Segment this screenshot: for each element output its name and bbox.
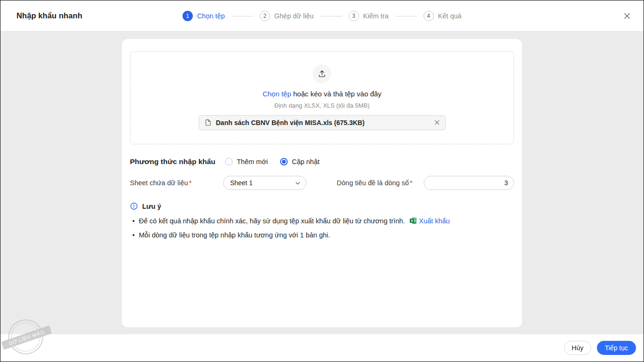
dialog-body: Chọn tệp hoặc kéo và thả tệp vào đây Địn… bbox=[0, 39, 644, 343]
note-section: Lưu ý bbox=[130, 202, 514, 210]
remove-file-icon[interactable] bbox=[434, 119, 440, 126]
dialog-footer: Hủy Tiếp tục bbox=[0, 334, 644, 362]
required-mark: * bbox=[410, 179, 413, 187]
note-title: Lưu ý bbox=[142, 203, 161, 210]
header-row-label: Dòng tiêu đề là dòng số* bbox=[337, 179, 417, 187]
required-mark: * bbox=[189, 179, 192, 187]
svg-text:X: X bbox=[411, 219, 413, 223]
dropzone-text: Chọn tệp hoặc kéo và thả tệp vào đây bbox=[130, 90, 514, 98]
note-list: Để có kết quả nhập khẩu chính xác, hãy s… bbox=[130, 214, 514, 242]
page-title: Nhập khẩu nhanh bbox=[16, 11, 82, 20]
step-4-circle: 4 bbox=[423, 11, 434, 21]
step-chon-tep[interactable]: 1 Chọn tệp bbox=[183, 11, 225, 21]
step-connector bbox=[320, 16, 342, 16]
step-ket-qua[interactable]: 4 Kết quả bbox=[423, 11, 461, 21]
step-ghep-du-lieu[interactable]: 2 Ghép dữ liệu bbox=[259, 11, 314, 21]
continue-button[interactable]: Tiếp tục bbox=[597, 341, 636, 355]
radio-icon-checked bbox=[280, 158, 288, 165]
step-2-circle: 2 bbox=[259, 11, 270, 21]
sheet-label: Sheet chứa dữ liệu* bbox=[130, 179, 223, 187]
sheet-select-value: Sheet 1 bbox=[230, 179, 295, 187]
import-method-row: Phương thức nhập khẩu Thêm mới Cập nhật bbox=[130, 157, 514, 166]
choose-file-link[interactable]: Chọn tệp bbox=[263, 90, 291, 98]
step-kiem-tra[interactable]: 3 Kiểm tra bbox=[348, 11, 388, 21]
info-icon bbox=[130, 202, 138, 210]
step-1-label: Chọn tệp bbox=[197, 12, 225, 20]
export-link[interactable]: Xuất khẩu bbox=[419, 217, 450, 225]
step-3-label: Kiểm tra bbox=[363, 12, 388, 20]
stepper: 1 Chọn tệp 2 Ghép dữ liệu 3 Kiểm tra 4 K… bbox=[183, 0, 462, 31]
sheet-select[interactable]: Sheet 1 bbox=[223, 176, 307, 190]
step-2-label: Ghép dữ liệu bbox=[274, 12, 314, 20]
dialog-header: Nhập khẩu nhanh 1 Chọn tệp 2 Ghép dữ liệ… bbox=[0, 0, 644, 31]
file-icon bbox=[204, 119, 212, 126]
uploaded-file-chip[interactable]: Danh sách CBNV Bệnh viện MISA.xls (675.3… bbox=[199, 115, 446, 130]
import-dialog: Nhập khẩu nhanh 1 Chọn tệp 2 Ghép dữ liệ… bbox=[0, 0, 644, 362]
format-hint: Định dạng XLSX, XLS (tối đa 5MB) bbox=[130, 102, 514, 109]
radio-icon-unchecked bbox=[225, 158, 233, 165]
step-3-circle: 3 bbox=[348, 11, 359, 21]
upload-icon bbox=[313, 64, 331, 83]
sheet-settings-row: Sheet chứa dữ liệu* Sheet 1 Dòng tiêu đề… bbox=[130, 176, 514, 190]
file-dropzone[interactable]: Chọn tệp hoặc kéo và thả tệp vào đây Địn… bbox=[130, 51, 514, 144]
note-item: Để có kết quả nhập khẩu chính xác, hãy s… bbox=[130, 214, 514, 228]
radio-them-moi[interactable]: Thêm mới bbox=[225, 158, 268, 165]
cancel-button[interactable]: Hủy bbox=[564, 341, 591, 355]
uploaded-file-name: Danh sách CBNV Bệnh viện MISA.xls (675.3… bbox=[216, 119, 365, 126]
radio-them-moi-label: Thêm mới bbox=[237, 158, 268, 165]
step-4-label: Kết quả bbox=[438, 12, 461, 20]
header-row-input[interactable] bbox=[424, 176, 514, 190]
note-item: Mỗi dòng dữ liệu trong tệp nhập khẩu tươ… bbox=[130, 228, 514, 242]
excel-icon: X bbox=[410, 215, 417, 228]
step-content-card: Chọn tệp hoặc kéo và thả tệp vào đây Địn… bbox=[122, 39, 522, 327]
step-connector bbox=[231, 16, 253, 16]
radio-cap-nhat-label: Cập nhật bbox=[292, 158, 320, 165]
step-1-circle: 1 bbox=[183, 11, 193, 21]
step-connector bbox=[395, 16, 417, 16]
chevron-down-icon bbox=[294, 180, 301, 187]
radio-cap-nhat[interactable]: Cập nhật bbox=[280, 158, 320, 165]
drag-drop-text: hoặc kéo và thả tệp vào đây bbox=[291, 90, 382, 98]
close-icon[interactable] bbox=[622, 11, 632, 21]
import-method-label: Phương thức nhập khẩu bbox=[130, 157, 225, 166]
